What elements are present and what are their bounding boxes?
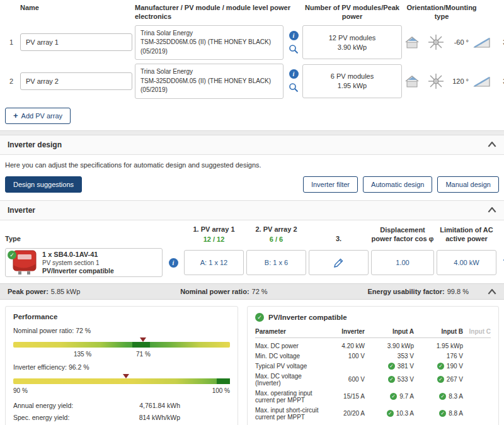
module-date: (05/2019) xyxy=(140,86,278,95)
inverter-table: Type 1. PV array 1 12 / 12 2. PV array 2… xyxy=(0,220,504,278)
input-c-edit-field[interactable] xyxy=(309,250,369,275)
orientation-cell: 120 ° 30 ° xyxy=(404,73,504,89)
ok-check-icon: ✓ xyxy=(390,393,397,400)
efficiency-tick: 100 % xyxy=(212,387,230,394)
section-title: Inverter design xyxy=(8,140,62,149)
inverter-table-header: Type 1. PV array 1 12 / 12 2. PV array 2… xyxy=(5,225,499,244)
col-header-ac-limit: Limitation of AC active power xyxy=(437,226,496,244)
pv-module-box[interactable]: Trina Solar Energy TSM-325DD06M.05 (II) … xyxy=(135,64,284,99)
input-b-field[interactable]: B: 1 x 6 xyxy=(246,250,306,275)
design-suggestions-button[interactable]: Design suggestions xyxy=(5,176,82,193)
module-count-box[interactable]: 12 PV modules 3.90 kWp xyxy=(302,25,402,59)
tilt-value: 30 ° xyxy=(495,77,504,85)
pv-design-page: Name Manufacturer / PV module / module l… xyxy=(0,0,504,425)
inverter-header[interactable]: Inverter xyxy=(0,200,504,220)
module-manufacturer: Trina Solar Energy xyxy=(140,29,278,38)
performance-title: Performance xyxy=(13,313,230,320)
efficiency-tick: 90 % xyxy=(13,387,28,394)
col-header-array1: 1. PV array 1 xyxy=(184,225,244,234)
ok-check-icon: ✓ xyxy=(387,410,394,417)
automatic-design-button[interactable]: Automatic design xyxy=(363,176,432,193)
inverter-model: 1 x SB4.0-1AV-41 xyxy=(42,250,114,259)
azimuth-compass-icon xyxy=(428,34,444,50)
info-icon[interactable]: i xyxy=(289,69,299,79)
col-header-module: Manufacturer / PV module / module level … xyxy=(135,4,300,21)
cos-phi-field[interactable]: 1.00 xyxy=(371,250,434,275)
energy-usability-summary: Energy usability factor: 99.8 % xyxy=(367,288,469,295)
pv-array-section: Name Manufacturer / PV module / module l… xyxy=(0,0,504,130)
search-icon[interactable] xyxy=(289,44,299,54)
module-count: 12 PV modules xyxy=(329,34,376,42)
inverter-filter-button[interactable]: Inverter filter xyxy=(303,176,358,193)
manual-design-button[interactable]: Manual design xyxy=(437,176,499,193)
row-index: 1 xyxy=(5,38,18,46)
plus-icon: + xyxy=(13,111,18,120)
compat-row: Min. DC voltage 100 V 353 V 176 V xyxy=(255,351,491,361)
efficiency-marker xyxy=(123,374,129,378)
inverter-design-header[interactable]: Inverter design xyxy=(0,135,504,155)
module-manufacturer: Trina Solar Energy xyxy=(140,67,278,77)
azimuth-value: 120 ° xyxy=(449,77,469,85)
ok-check-icon: ✓ xyxy=(388,363,395,370)
module-date: (05/2019) xyxy=(140,47,278,57)
info-icon[interactable]: i xyxy=(169,258,178,268)
ac-limit-field[interactable]: 4.00 kW xyxy=(437,250,496,275)
info-icon[interactable]: i xyxy=(289,31,299,40)
ok-check-icon: ✓ xyxy=(439,393,446,400)
table-row: 1 Trina Solar Energy TSM-325DD06M.05 (II… xyxy=(5,25,499,60)
details-area: Performance Nominal power ratio: 72 % 13… xyxy=(0,300,504,425)
npr-gauge-label: Nominal power ratio: 72 % xyxy=(13,327,230,334)
pv-module-box[interactable]: Trina Solar Energy TSM-325DD06M.05 (II) … xyxy=(135,25,284,60)
col-header-cos-phi: Displacement power factor cos φ xyxy=(371,226,434,244)
compat-row: Max. operating input current per MPPT 15… xyxy=(255,388,491,405)
col-header-array3: 3. xyxy=(309,235,369,244)
pv-array-name-input[interactable] xyxy=(20,72,132,90)
azimuth-value: -60 ° xyxy=(449,38,469,46)
compat-row: Max. input short-circuit current per MPP… xyxy=(255,405,491,422)
compat-row: Max. DC voltage (Inverter) 600 V ✓533 V … xyxy=(255,371,491,388)
stat-row: Spec. energy yield:814 kWh/kWp xyxy=(13,412,230,424)
inverter-type-box[interactable]: ✓ 1 x SB4.0-1AV-41 PV system section 1 P… xyxy=(5,248,163,277)
delete-inverter-button[interactable] xyxy=(499,258,504,268)
mounting-type-icon xyxy=(404,35,423,50)
module-count-box[interactable]: 6 PV modules 1.95 kWp xyxy=(302,64,402,98)
chevron-up-icon[interactable] xyxy=(488,142,496,147)
col-header-orientation: Orientation/Mounting type xyxy=(404,4,479,21)
col-header-name: Name xyxy=(20,4,132,13)
mounting-type-icon xyxy=(404,74,423,89)
inverter-summary-bar[interactable]: Peak power: 5.85 kWp Nominal power ratio… xyxy=(0,283,504,300)
azimuth-compass-icon xyxy=(428,73,444,89)
compatible-check-icon: ✓ xyxy=(255,313,264,322)
orientation-cell: -60 ° 30 ° xyxy=(404,34,504,50)
search-icon[interactable] xyxy=(289,82,299,93)
add-pv-array-button[interactable]: + Add PV array xyxy=(5,108,71,124)
compat-row: Typical PV voltage ✓381 V ✓190 V xyxy=(255,361,491,371)
row-index: 2 xyxy=(5,77,18,85)
nominal-power-ratio-summary: Nominal power ratio: 72 % xyxy=(180,288,267,295)
stat-row: Annual energy yield:4,761.84 kWh xyxy=(13,400,230,412)
compatibility-panel: ✓ PV/Inverter compatible Parameter Inver… xyxy=(247,306,499,425)
npr-marker xyxy=(140,337,146,342)
efficiency-gauge xyxy=(13,378,230,384)
section-title: Inverter xyxy=(8,206,35,215)
input-a-field[interactable]: A: 1 x 12 xyxy=(184,250,244,275)
tilt-angle-icon xyxy=(473,36,491,48)
module-type: TSM-325DD06M.05 (II) (THE HONEY BLACK) xyxy=(140,38,278,47)
efficiency-gauge-label: Inverter efficiency: 96.2 % xyxy=(13,363,230,371)
compat-row: Max. DC power 4.20 kW 3.90 kWp 1.95 kWp xyxy=(255,341,491,351)
pv-array-name-input[interactable] xyxy=(20,33,132,51)
design-button-row: Design suggestions Inverter filter Autom… xyxy=(0,171,504,200)
inverter-row: ✓ 1 x SB4.0-1AV-41 PV system section 1 P… xyxy=(5,248,499,277)
tilt-angle-icon xyxy=(473,75,491,88)
peak-power-summary: Peak power: 5.85 kWp xyxy=(8,288,80,295)
peak-power: 1.95 kWp xyxy=(338,82,367,89)
compatibility-status: PV/Inverter compatible xyxy=(42,267,114,276)
ok-check-icon: ✓ xyxy=(439,410,446,417)
npr-tick: 71 % xyxy=(136,351,151,358)
compatibility-title: PV/Inverter compatible xyxy=(268,314,347,321)
module-type: TSM-325DD06M.05 (II) (THE HONEY BLACK) xyxy=(140,77,278,86)
chevron-up-icon[interactable] xyxy=(488,289,496,295)
chevron-up-icon[interactable] xyxy=(488,207,496,213)
tilt-value: 30 ° xyxy=(495,38,504,46)
pv-system-section: PV system section 1 xyxy=(42,259,114,267)
